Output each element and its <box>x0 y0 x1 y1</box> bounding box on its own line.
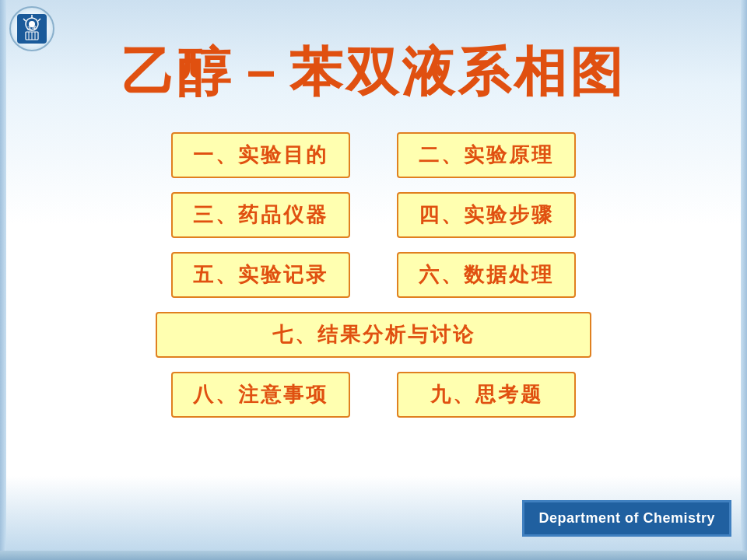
menu-item-4[interactable]: 四、实验步骤 <box>397 192 576 238</box>
svg-line-4 <box>38 19 40 21</box>
menu-row-4: 七、结果分析与讨论 <box>70 312 677 358</box>
menu-grid: 一、实验目的 二、实验原理 三、药品仪器 四、实验步骤 五、实验记录 六、数据处… <box>70 132 677 418</box>
svg-text:大学: 大学 <box>26 25 37 30</box>
menu-item-2[interactable]: 二、实验原理 <box>397 132 576 178</box>
slide: 大学 乙醇－苯双液系相图 一、实验目的 二、实验原理 三、药品仪器 四、实验步骤 <box>0 0 747 560</box>
logo-icon: 大学 <box>18 15 46 43</box>
right-accent-bar <box>741 0 747 560</box>
menu-item-7[interactable]: 七、结果分析与讨论 <box>156 312 591 358</box>
svg-line-3 <box>23 19 26 21</box>
logo-area: 大学 <box>9 6 56 53</box>
menu-row-5: 八、注意事项 九、思考题 <box>70 372 677 418</box>
page-title: 乙醇－苯双液系相图 <box>121 43 626 101</box>
left-accent-bar <box>0 0 6 560</box>
menu-item-9[interactable]: 九、思考题 <box>397 372 576 418</box>
menu-item-5[interactable]: 五、实验记录 <box>171 252 350 298</box>
menu-item-3[interactable]: 三、药品仪器 <box>171 192 350 238</box>
menu-item-6[interactable]: 六、数据处理 <box>397 252 576 298</box>
menu-row-2: 三、药品仪器 四、实验步骤 <box>70 192 677 238</box>
bottom-accent-bar <box>0 551 747 560</box>
logo-circle: 大学 <box>9 6 54 51</box>
department-text: Department of Chemistry <box>538 510 715 526</box>
department-badge: Department of Chemistry <box>522 500 731 537</box>
menu-row-1: 一、实验目的 二、实验原理 <box>70 132 677 178</box>
menu-item-8[interactable]: 八、注意事项 <box>171 372 350 418</box>
menu-item-1[interactable]: 一、实验目的 <box>171 132 350 178</box>
menu-row-3: 五、实验记录 六、数据处理 <box>70 252 677 298</box>
logo-inner: 大学 <box>17 14 47 44</box>
